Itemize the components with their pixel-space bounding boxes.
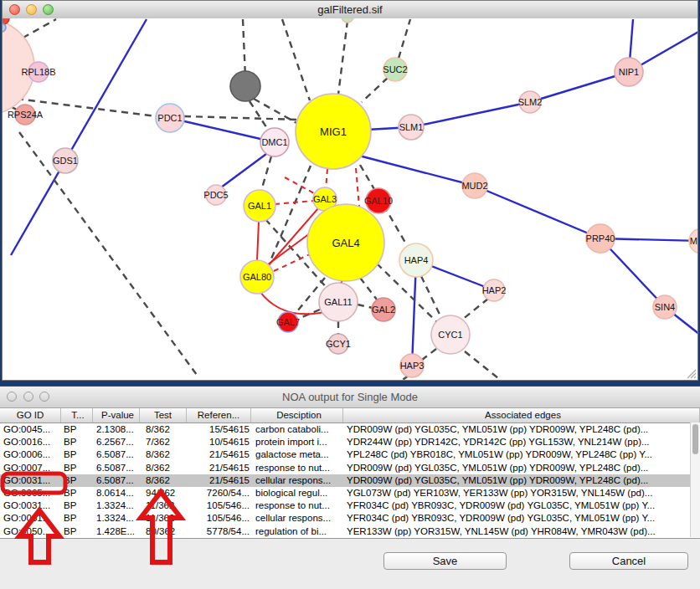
save-button[interactable]: Save xyxy=(383,552,507,570)
edge-dashed xyxy=(261,156,271,191)
node-PDC5[interactable]: PDC5 xyxy=(203,185,228,205)
node-SIN4[interactable]: SIN4 xyxy=(653,295,677,319)
table-cell: response to nut... xyxy=(251,462,343,474)
table-row[interactable]: GO:0007...BP6.5087...8/36221/54615respon… xyxy=(0,462,700,474)
node-unlabeled[interactable] xyxy=(3,23,6,32)
table-cell: cellular respons... xyxy=(251,512,343,525)
column-header[interactable]: GO ID xyxy=(0,408,61,423)
zoom-button[interactable] xyxy=(43,4,54,15)
table-body: GO:0045...BP2.1308...8/36215/54615carbon… xyxy=(0,423,700,539)
table-row[interactable]: GO:0065...BP8.0614...94/3627260/54...bio… xyxy=(0,487,700,499)
node-label: GAL2 xyxy=(372,305,395,315)
zoom-button-inactive[interactable] xyxy=(39,392,49,402)
node-MSL1[interactable]: MSL1 xyxy=(689,228,697,254)
edge-blue xyxy=(530,72,629,102)
node-circle[interactable] xyxy=(230,71,260,101)
close-button-inactive[interactable] xyxy=(7,392,17,402)
table-row[interactable]: GO:0045...BP2.1308...8/36215/54615carbon… xyxy=(0,423,700,436)
noa-window-titlebar[interactable]: NOA output for Single Mode xyxy=(0,387,700,408)
noa-window-title: NOA output for Single Mode xyxy=(282,391,418,403)
table-cell: 21/54615 xyxy=(187,474,251,487)
minimize-button[interactable] xyxy=(26,4,37,15)
node-HAP3[interactable]: HAP3 xyxy=(400,354,425,377)
node-HAP4[interactable]: HAP4 xyxy=(399,243,433,277)
table-cell: BP xyxy=(61,423,93,436)
node-GDS1[interactable]: GDS1 xyxy=(53,148,78,173)
node-label: GAL1 xyxy=(248,201,271,211)
minimize-button-inactive[interactable] xyxy=(23,392,33,402)
node-label: CYC1 xyxy=(438,330,462,340)
table-row[interactable]: GO:0006...BP6.5087...8/36221/54615galact… xyxy=(0,448,700,461)
column-header[interactable]: T... xyxy=(61,408,93,423)
node-GAL11[interactable]: GAL11 xyxy=(319,283,358,321)
node-label: GAL3 xyxy=(313,194,337,204)
edge-dashed xyxy=(360,278,377,300)
node-CYC1[interactable]: CYC1 xyxy=(431,315,470,354)
table-row[interactable]: GO:0031...BP6.5087...8/36221/54615cellul… xyxy=(0,474,700,487)
column-header[interactable]: Test xyxy=(140,408,187,423)
network-canvas[interactable]: RPL18BRPS24AGDS1PDC1PDC5MIG1DMC1SLM1SUC2… xyxy=(3,18,697,380)
node-unlabeled[interactable] xyxy=(342,18,353,23)
node-label: SUC2 xyxy=(383,64,407,74)
table-cell: YDR009W (pd) YGL035C, YML051W (pp) YDR00… xyxy=(343,423,700,436)
node-circle[interactable] xyxy=(342,18,353,23)
node-DMC1[interactable]: DMC1 xyxy=(260,128,289,156)
table-row[interactable]: GO:0031...BP1.3324...11/362105/546...res… xyxy=(0,499,700,512)
edge-dashed xyxy=(462,299,488,320)
node-GCY1[interactable]: GCY1 xyxy=(326,334,351,354)
close-button[interactable] xyxy=(9,4,20,15)
table-cell: 8/362 xyxy=(140,462,187,474)
table-cell: 6.5087... xyxy=(93,474,140,487)
node-circle[interactable] xyxy=(3,23,6,32)
table-row[interactable]: GO:0016...BP6.2567...7/36210/54615protei… xyxy=(0,436,700,448)
column-header[interactable]: P-value xyxy=(93,408,140,423)
network-window-titlebar[interactable]: galFiltered.sif xyxy=(3,1,697,19)
column-header[interactable]: Associated edges xyxy=(343,408,700,423)
node-label: HAP3 xyxy=(400,361,425,371)
table-row[interactable]: GO:0031...BP1.3324...11/362105/546...cel… xyxy=(0,512,700,525)
table-row[interactable]: GO:0050...BP1.428E...80/3625778/54...reg… xyxy=(0,525,700,538)
node-GAL80[interactable]: GAL80 xyxy=(240,260,274,294)
node-SLM2[interactable]: SLM2 xyxy=(518,91,543,113)
node-GAL2[interactable]: GAL2 xyxy=(372,298,395,321)
table-scrollbar[interactable] xyxy=(690,423,700,537)
node-MIG1[interactable]: MIG1 xyxy=(296,94,371,169)
node-MUD2[interactable]: MUD2 xyxy=(461,173,487,198)
node-GAL10[interactable]: GAL10 xyxy=(364,188,393,213)
node-PRP40[interactable]: PRP40 xyxy=(586,224,615,253)
table-cell: 105/546... xyxy=(187,512,251,525)
edge-red-dashed xyxy=(326,169,327,189)
edge-red xyxy=(257,222,259,260)
table-cell: 7260/54... xyxy=(187,487,251,499)
edge-dashed xyxy=(358,305,373,308)
table-cell: 94/362 xyxy=(140,487,187,499)
node-GAL4[interactable]: GAL4 xyxy=(307,204,384,281)
table-cell: GO:0045... xyxy=(0,423,61,436)
noa-window: NOA output for Single Mode GO IDT...P-va… xyxy=(0,386,700,589)
network-graph[interactable]: RPL18BRPS24AGDS1PDC1PDC5MIG1DMC1SLM1SUC2… xyxy=(3,18,697,380)
node-GAL1[interactable]: GAL1 xyxy=(244,190,275,222)
column-header[interactable]: Referen... xyxy=(187,408,251,423)
node-HAP2[interactable]: HAP2 xyxy=(482,279,507,301)
node-label: GAL11 xyxy=(324,297,352,307)
table-cell: 8/362 xyxy=(140,474,187,487)
table-header: GO IDT...P-valueTestReferen...Desciption… xyxy=(0,408,700,423)
node-PDC1[interactable]: PDC1 xyxy=(156,104,184,132)
table-cell: BP xyxy=(61,474,93,487)
table-cell: YER133W (pp) YOR315W, YNL145W (pd) YHR08… xyxy=(343,525,700,538)
node-unlabeled[interactable] xyxy=(230,71,260,101)
node-label: PRP40 xyxy=(586,233,615,243)
node-SUC2[interactable]: SUC2 xyxy=(383,58,407,81)
table-cell: GO:0007... xyxy=(0,462,61,474)
node-label: GAL7 xyxy=(276,317,300,327)
cancel-button[interactable]: Cancel xyxy=(569,552,688,570)
scrollbar-thumb[interactable] xyxy=(692,424,698,454)
node-GAL7[interactable]: GAL7 xyxy=(276,312,300,332)
column-header[interactable]: Desciption xyxy=(251,408,343,423)
node-label: HAP2 xyxy=(482,285,507,295)
resize-grip[interactable] xyxy=(694,376,696,378)
node-NIP1[interactable]: NIP1 xyxy=(615,58,643,86)
node-SLM1[interactable]: SLM1 xyxy=(399,115,424,140)
node-label: HAP4 xyxy=(404,255,429,265)
table-cell: regulation of bi... xyxy=(251,525,343,538)
